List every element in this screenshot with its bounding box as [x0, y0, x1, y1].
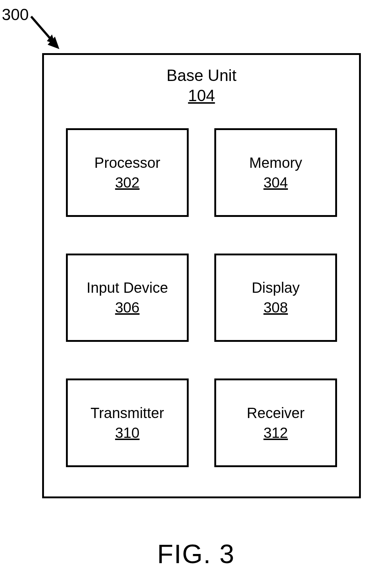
component-label: Receiver — [247, 403, 305, 423]
component-processor: Processor 302 — [66, 128, 189, 217]
base-unit-title: Base Unit 104 — [44, 65, 359, 106]
component-ref: 302 — [115, 173, 140, 192]
component-label: Memory — [249, 153, 302, 173]
base-unit-ref: 104 — [188, 86, 215, 104]
component-input-device: Input Device 306 — [66, 254, 189, 342]
component-label: Transmitter — [90, 403, 164, 423]
components-grid: Processor 302 Memory 304 Input Device 30… — [44, 117, 359, 496]
component-label: Display — [252, 278, 300, 298]
component-ref: 304 — [263, 173, 288, 192]
base-unit-title-text: Base Unit — [167, 66, 237, 84]
component-ref: 308 — [263, 298, 288, 317]
figure-label: FIG. 3 — [0, 539, 392, 569]
component-receiver: Receiver 312 — [214, 378, 337, 467]
base-unit-container: Base Unit 104 Processor 302 Memory 304 I… — [42, 53, 361, 498]
component-ref: 310 — [115, 423, 140, 443]
component-label: Input Device — [86, 278, 168, 298]
arrow-icon — [29, 15, 66, 55]
figure-reference-number: 300 — [2, 5, 29, 24]
component-transmitter: Transmitter 310 — [66, 378, 189, 467]
component-label: Processor — [94, 153, 160, 173]
component-memory: Memory 304 — [214, 128, 337, 217]
component-ref: 306 — [115, 298, 140, 317]
component-ref: 312 — [263, 423, 288, 443]
component-display: Display 308 — [214, 254, 337, 342]
